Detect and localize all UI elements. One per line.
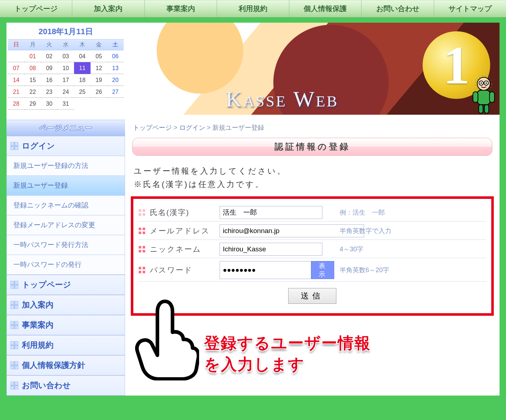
svg-rect-18: [10, 346, 14, 349]
side-item[interactable]: 新規ユーザー登録: [6, 176, 125, 196]
svg-rect-44: [143, 228, 145, 230]
calendar-day[interactable]: 30: [41, 98, 58, 110]
calendar-day[interactable]: 20: [107, 74, 124, 86]
calendar-day[interactable]: 08: [24, 62, 41, 74]
calendar-day[interactable]: 23: [41, 86, 58, 98]
calendar-day[interactable]: 04: [74, 50, 91, 62]
calendar-day[interactable]: 17: [58, 74, 74, 86]
calendar-day[interactable]: 01: [24, 50, 41, 62]
svg-rect-10: [10, 305, 14, 309]
calendar-day[interactable]: 07: [8, 62, 24, 74]
plus-icon: [10, 361, 18, 369]
calendar-day[interactable]: 26: [91, 86, 107, 98]
side-item-label: 事業案内: [22, 320, 54, 330]
side-item[interactable]: 新規ユーザー登録の方法: [6, 156, 125, 176]
side-item[interactable]: 個人情報保護方針: [6, 355, 125, 375]
side-item[interactable]: トップページ: [6, 275, 125, 295]
svg-rect-7: [15, 285, 18, 289]
label-name: 氏名(漢字): [150, 207, 217, 218]
main: Kasse Web 1: [125, 23, 500, 382]
plus-icon: [10, 142, 18, 150]
svg-rect-43: [139, 228, 141, 230]
input-nickname[interactable]: [220, 243, 322, 256]
callout-line2: を入力します: [204, 353, 371, 375]
calendar-day[interactable]: 10: [58, 62, 74, 74]
nav-privacy[interactable]: 個人情報保護: [289, 0, 362, 17]
side-item[interactable]: 一時パスワード発行方法: [6, 235, 125, 255]
side-item[interactable]: 事業案内: [6, 315, 125, 335]
side-item[interactable]: 登録メールアドレスの変更: [6, 215, 125, 235]
svg-rect-39: [139, 209, 141, 212]
calendar-day[interactable]: 16: [41, 74, 58, 86]
svg-rect-4: [10, 281, 14, 284]
calendar-day[interactable]: 03: [58, 50, 74, 62]
show-password-button[interactable]: 表示: [311, 261, 334, 279]
pointing-hand-icon: [131, 298, 199, 380]
mascot-icon: [469, 75, 498, 115]
required-icon: [138, 227, 146, 234]
svg-rect-16: [10, 341, 14, 345]
nav-top[interactable]: トップページ: [0, 0, 72, 17]
calendar-day[interactable]: 14: [8, 74, 24, 86]
nav-contact[interactable]: お問い合わせ: [362, 0, 434, 17]
calendar-day[interactable]: 13: [107, 62, 124, 74]
svg-rect-9: [15, 301, 18, 305]
instructions-line2: ※氏名(漢字)は任意入力です。: [134, 178, 491, 191]
label-email: メールアドレス: [150, 226, 217, 236]
svg-rect-17: [15, 341, 18, 345]
svg-rect-25: [15, 382, 18, 385]
svg-rect-23: [15, 366, 18, 369]
side-menu-title: ページメニュー: [6, 120, 125, 136]
breadcrumb-login[interactable]: ログイン: [179, 124, 205, 131]
calendar-day[interactable]: 18: [74, 74, 91, 86]
svg-point-33: [486, 82, 487, 84]
breadcrumb-top[interactable]: トップページ: [133, 124, 172, 131]
calendar-day[interactable]: 02: [41, 50, 58, 62]
calendar-day[interactable]: 27: [107, 86, 124, 98]
site-name: Kasse Web: [226, 86, 339, 112]
plus-icon: [10, 301, 18, 309]
calendar-day[interactable]: 29: [24, 98, 41, 110]
breadcrumb: トップページ > ログイン > 新規ユーザー登録: [125, 115, 500, 136]
calendar-day[interactable]: 19: [91, 74, 107, 86]
required-icon: [138, 266, 146, 274]
row-password: パスワード 表示 半角英数6～20字: [138, 258, 486, 282]
svg-rect-37: [479, 105, 483, 113]
submit-button[interactable]: 送信: [288, 288, 336, 304]
side-item[interactable]: 登録ニックネームの確認: [6, 196, 125, 215]
svg-rect-35: [473, 92, 478, 102]
side-item-label: お問い合わせ: [22, 380, 71, 391]
side-item[interactable]: 一時パスワードの発行: [6, 255, 125, 275]
side-item[interactable]: ログイン: [6, 136, 125, 156]
svg-rect-48: [143, 246, 145, 248]
side-item[interactable]: お問い合わせ: [6, 375, 125, 396]
nav-sitemap[interactable]: サイトマップ: [434, 0, 506, 17]
input-password[interactable]: [220, 261, 311, 279]
calendar-day[interactable]: 22: [24, 86, 41, 98]
calendar-day[interactable]: 28: [8, 98, 24, 110]
side-item-label: 個人情報保護方針: [22, 360, 85, 371]
calendar-day[interactable]: 11: [74, 62, 91, 74]
calendar-dow: 木: [74, 39, 91, 50]
nav-terms[interactable]: 利用規約: [217, 0, 289, 17]
calendar-dow: 水: [58, 39, 74, 50]
side-item[interactable]: 利用規約: [6, 335, 125, 355]
calendar-day[interactable]: 31: [58, 98, 74, 110]
nav-biz[interactable]: 事業案内: [145, 0, 217, 17]
side-item-label: 新規ユーザー登録の方法: [13, 161, 88, 170]
nav-join[interactable]: 加入案内: [72, 0, 144, 17]
calendar-day[interactable]: 05: [91, 50, 107, 62]
calendar-day[interactable]: 25: [74, 86, 91, 98]
svg-rect-22: [10, 366, 14, 369]
svg-rect-54: [143, 271, 145, 273]
hint-password: 半角英数6～20字: [333, 266, 486, 274]
calendar-day[interactable]: 21: [8, 86, 24, 98]
input-name[interactable]: [220, 206, 322, 219]
calendar-day[interactable]: 09: [41, 62, 58, 74]
calendar-day[interactable]: 12: [91, 62, 107, 74]
calendar-day[interactable]: 24: [58, 86, 74, 98]
calendar-day[interactable]: 15: [24, 74, 41, 86]
row-nickname: ニックネーム 4～30字: [138, 240, 486, 258]
calendar-day[interactable]: 06: [107, 50, 124, 62]
side-item[interactable]: 加入案内: [6, 295, 125, 315]
